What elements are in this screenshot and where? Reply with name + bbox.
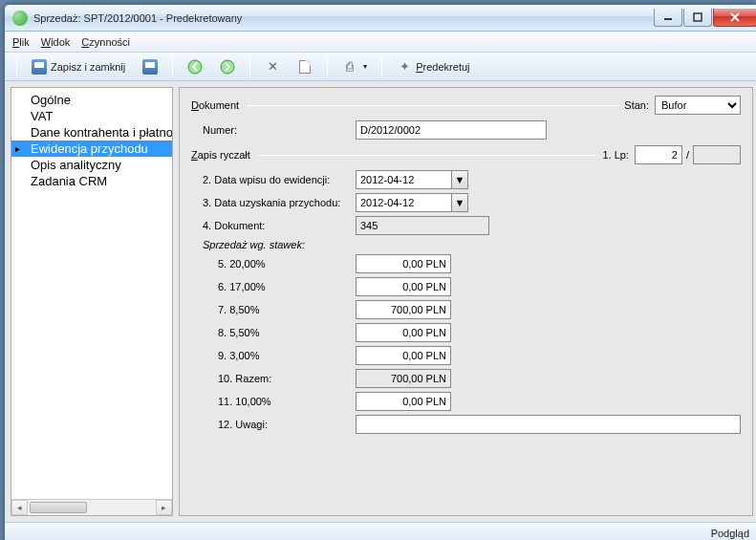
scroll-left-icon[interactable]: ◂ — [11, 500, 28, 515]
chevron-down-icon: ▼ — [455, 174, 465, 185]
row-number: Numer: — [203, 120, 741, 140]
row-r12: 12. Uwagi: — [203, 415, 741, 434]
save-close-button[interactable]: Zapisz i zamknij — [25, 55, 132, 78]
group-document: Dokument Stan: Bufor — [191, 96, 741, 115]
status-preview[interactable]: Podgląd — [711, 528, 749, 539]
r6-label: 6. 17,00% — [203, 281, 356, 292]
toolbar-separator — [249, 56, 250, 77]
r12-input[interactable] — [356, 415, 741, 434]
r6-input[interactable] — [356, 277, 451, 296]
r8-label: 8. 5,50% — [203, 327, 356, 338]
group-ryczalt-label: Zapis ryczałt — [191, 149, 250, 161]
group-ryczalt: Zapis ryczałt 1. Lp: / — [191, 145, 741, 164]
sidebar-item-vat[interactable]: VAT — [11, 108, 172, 124]
toolbar-separator — [327, 56, 328, 77]
rates-header: Sprzedaż wg. stawek: — [203, 239, 305, 250]
scrollbar-thumb[interactable] — [30, 502, 87, 513]
row-r7: 7. 8,50% — [203, 300, 741, 319]
group-line — [247, 105, 618, 106]
sidebar-item-contractor[interactable]: Dane kontrahenta i płatności — [11, 124, 172, 140]
window-buttons — [653, 9, 756, 27]
lp-label: 1. Lp: — [602, 149, 629, 161]
r8-input[interactable] — [356, 323, 451, 342]
sidebar-scrollbar[interactable]: ◂ ▸ — [11, 499, 172, 515]
group-line — [258, 155, 597, 156]
menu-file[interactable]: Plik — [12, 36, 30, 48]
toolbar-separator — [381, 56, 382, 77]
content-area: Ogólne VAT Dane kontrahenta i płatności … — [5, 81, 756, 522]
form-panel: Dokument Stan: Bufor Numer: Zapis ryczał… — [179, 87, 753, 516]
sidebar-item-general[interactable]: Ogólne — [11, 92, 172, 108]
new-doc-button[interactable] — [291, 55, 319, 78]
toolbar-separator — [172, 56, 173, 77]
app-icon — [12, 11, 28, 26]
f3-date-dropdown[interactable]: ▼ — [451, 193, 468, 212]
f2-date-input[interactable] — [356, 170, 451, 189]
print-button[interactable]: ⎙▾ — [335, 55, 374, 78]
r7-input[interactable] — [356, 300, 451, 319]
state-select[interactable]: Bufor — [655, 96, 741, 115]
minimize-button[interactable] — [654, 9, 682, 27]
save-icon — [142, 59, 158, 75]
save-button[interactable] — [136, 55, 164, 78]
row-f4: 4. Dokument: 345 — [203, 216, 741, 235]
wand-icon: ✦ — [397, 59, 412, 75]
predecree-label: Predekretuj — [416, 61, 469, 73]
svg-rect-1 — [694, 13, 702, 21]
lp-input[interactable] — [635, 145, 682, 164]
r10-label: 10. Razem: — [203, 373, 356, 384]
f2-date-dropdown[interactable]: ▼ — [451, 170, 468, 189]
chevron-down-icon: ▼ — [455, 197, 465, 208]
arrow-right-icon — [220, 59, 235, 75]
r9-label: 9. 3,00% — [203, 350, 356, 361]
state-label: Stan: — [624, 99, 649, 111]
r7-label: 7. 8,50% — [203, 304, 356, 315]
row-r6: 6. 17,00% — [203, 277, 741, 296]
sidebar-item-income[interactable]: Ewidencja przychodu — [11, 140, 172, 157]
f3-label: 3. Data uzyskania przychodu: — [203, 197, 356, 208]
close-icon — [730, 12, 740, 22]
maximize-button[interactable] — [683, 9, 712, 27]
lp-sep: / — [686, 149, 689, 161]
row-r11: 11. 10,00% — [203, 392, 741, 411]
r11-input[interactable] — [356, 392, 451, 411]
r10-readonly: 700,00 PLN — [356, 369, 451, 388]
group-document-label: Dokument — [191, 99, 239, 111]
f3-date: ▼ — [356, 193, 468, 212]
row-r8: 8. 5,50% — [203, 323, 741, 342]
forward-button[interactable] — [213, 55, 242, 78]
row-r9: 9. 3,00% — [203, 346, 741, 365]
save-close-label: Zapisz i zamknij — [51, 61, 125, 73]
menu-view[interactable]: Widok — [41, 36, 71, 48]
lp2-readonly — [693, 145, 741, 164]
r5-label: 5. 20,00% — [203, 258, 356, 270]
scrollbar-track[interactable] — [28, 500, 156, 515]
close-button[interactable] — [713, 9, 756, 27]
toolbar-separator — [16, 56, 17, 77]
back-button[interactable] — [181, 55, 209, 78]
number-input[interactable] — [356, 120, 547, 140]
maximize-icon — [693, 12, 702, 22]
toolbar: Zapisz i zamknij ✕ ⎙▾ ✦ Predekretuj — [5, 53, 756, 81]
titlebar[interactable]: Sprzedaż: SPT/2012/0001 - Predekretowany — [5, 5, 756, 32]
row-r10: 10. Razem: 700,00 PLN — [203, 369, 741, 388]
r12-label: 12. Uwagi: — [203, 419, 356, 430]
scroll-right-icon[interactable]: ▸ — [156, 500, 172, 515]
row-f3: 3. Data uzyskania przychodu: ▼ — [203, 193, 741, 212]
r9-input[interactable] — [356, 346, 451, 365]
printer-icon: ⎙ — [342, 59, 357, 75]
svg-point-2 — [188, 60, 202, 74]
svg-point-3 — [221, 60, 234, 74]
svg-rect-0 — [664, 18, 672, 20]
f4-readonly: 345 — [356, 216, 489, 235]
r11-label: 11. 10,00% — [203, 396, 356, 407]
menu-actions[interactable]: Czynności — [81, 36, 130, 48]
r5-input[interactable] — [356, 254, 451, 273]
row-rates-header: Sprzedaż wg. stawek: — [203, 239, 741, 250]
sidebar-item-analytics[interactable]: Opis analityczny — [11, 157, 172, 173]
row-f2: 2. Data wpisu do ewidencji: ▼ — [203, 170, 741, 189]
tools-button[interactable]: ✕ — [258, 55, 287, 78]
f3-date-input[interactable] — [356, 193, 451, 212]
predecree-button[interactable]: ✦ Predekretuj — [390, 55, 476, 78]
sidebar-item-crm[interactable]: Zadania CRM — [11, 173, 172, 189]
